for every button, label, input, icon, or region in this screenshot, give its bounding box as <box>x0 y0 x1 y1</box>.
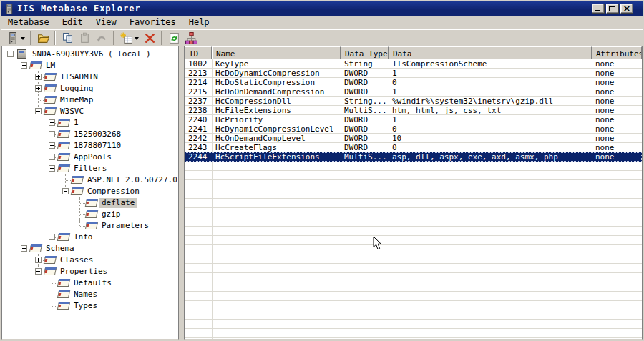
tree-item-filters[interactable]: Filters <box>2 163 178 174</box>
tree-connector-line <box>79 220 80 226</box>
cell-data-type: DWORD <box>341 69 389 78</box>
table-row-2241[interactable]: 2241HcDynamicCompressionLevelDWORD0none <box>185 124 642 134</box>
cell-data-type: DWORD <box>341 87 389 97</box>
tree-item-compression[interactable]: Compression <box>2 186 178 197</box>
menu-item-metabase[interactable]: Metabase <box>1 16 56 28</box>
tree-guide-line <box>24 71 24 83</box>
tree-item-schema[interactable]: Schema <box>2 243 178 254</box>
tree-guide-line <box>24 174 24 186</box>
cell-name: HcDoOnDemandCompression <box>212 87 341 97</box>
tree-guide-line <box>52 209 52 220</box>
metabase-key-icon <box>85 210 98 218</box>
tree-expander-plus-icon[interactable] <box>49 119 55 126</box>
column-header-id[interactable]: ID <box>185 46 212 59</box>
tree-item-types[interactable]: Types <box>2 300 178 312</box>
table-row-2215[interactable]: 2215HcDoOnDemandCompressionDWORD1none <box>185 87 642 97</box>
tree-item-properties[interactable]: Properties <box>2 266 178 277</box>
menu-item-edit[interactable]: Edit <box>56 16 89 28</box>
tree-expander-plus-icon[interactable] <box>49 234 55 240</box>
cell-attributes: none <box>592 143 642 152</box>
column-header-data-type[interactable]: Data Type <box>341 46 389 59</box>
connect-server-button[interactable] <box>4 30 21 46</box>
tree-expander-minus-icon[interactable] <box>62 188 69 194</box>
tree-expander-minus-icon[interactable] <box>35 108 42 114</box>
tree-guide-line <box>24 117 24 129</box>
undo-button <box>93 30 110 46</box>
open-key-button[interactable] <box>34 30 52 46</box>
cell-data: %windir%\system32\inetsrv\gzip.dll <box>389 97 592 106</box>
tree-expander-minus-icon[interactable] <box>35 268 42 275</box>
table-row-2237[interactable]: 2237HcCompressionDllString...%windir%\sy… <box>185 97 642 106</box>
tree-item-deflate[interactable]: deflate <box>2 197 178 209</box>
metabase-key-icon <box>29 244 42 252</box>
tree-item-iisadmin[interactable]: IISADMIN <box>2 71 178 83</box>
tree-item-parameters[interactable]: Parameters <box>2 220 178 232</box>
tree-item-label: gzip <box>99 209 123 219</box>
table-row-2243[interactable]: 2243HcCreateFlagsDWORD0none <box>185 143 642 152</box>
tree-item-snda-69q3uyy3v6-local[interactable]: SNDA-69Q3UYY3V6 ( local ) <box>2 49 178 60</box>
column-header-name[interactable]: Name <box>212 46 341 59</box>
title-bar[interactable]: IIS Metabase Explorer <box>1 1 643 16</box>
tree-item-mimemap[interactable]: MimeMap <box>2 94 178 106</box>
refresh-button[interactable] <box>165 30 182 46</box>
table-row-2240[interactable]: 2240HcPriorityDWORD1none <box>185 115 642 124</box>
toolbar <box>1 29 643 46</box>
new-record-dropdown-arrow[interactable] <box>135 37 139 42</box>
tree-expander-minus-icon[interactable] <box>49 165 55 172</box>
tree-guide-line <box>24 129 24 140</box>
tree-expander-plus-icon[interactable] <box>49 142 55 149</box>
tree-item-gzip[interactable]: gzip <box>2 209 178 220</box>
tree-guide-line <box>52 220 52 232</box>
tree-expander-minus-icon[interactable] <box>7 51 14 57</box>
new-record-button[interactable] <box>117 30 135 46</box>
copy-button[interactable] <box>59 30 76 46</box>
connect-server-dropdown-arrow[interactable] <box>21 37 25 42</box>
tree-item-logging[interactable]: Logging <box>2 83 178 94</box>
tree-expander-plus-icon[interactable] <box>35 85 42 92</box>
menu-item-help[interactable]: Help <box>182 16 216 28</box>
menu-item-view[interactable]: View <box>89 16 123 28</box>
metabase-key-icon <box>71 176 84 184</box>
table-row-1002[interactable]: 1002KeyTypeStringIIsCompressionSchemenon… <box>185 59 642 69</box>
tree-item-defaults[interactable]: Defaults <box>2 277 178 289</box>
tree-expander-plus-icon[interactable] <box>35 74 42 80</box>
table-row-2242[interactable]: 2242HcOnDemandCompLevelDWORD10none <box>185 134 642 143</box>
tree-expander-plus-icon[interactable] <box>49 131 55 137</box>
tree-item-asp-net-2-0-50727-0[interactable]: ASP.NET_2.0.50727.0 <box>2 174 178 186</box>
tree-item-1525003268[interactable]: 1525003268 <box>2 129 178 140</box>
tree-item-label: Classes <box>58 255 95 265</box>
table-row-2238[interactable]: 2238HcFileExtensionsMultiS...htm, html, … <box>185 106 642 115</box>
table-row-2213[interactable]: 2213HcDoDynamicCompressionDWORD1none <box>185 69 642 78</box>
cell-attributes: none <box>592 115 642 124</box>
delete-button[interactable] <box>141 30 158 46</box>
tree-expander-plus-icon[interactable] <box>35 257 42 263</box>
tree-item-1878807110[interactable]: 1878807110 <box>2 140 178 152</box>
metabase-key-icon <box>85 199 98 207</box>
list-body[interactable]: 1002KeyTypeStringIIsCompressionSchemenon… <box>185 59 642 339</box>
tree-item-names[interactable]: Names <box>2 289 178 300</box>
close-button[interactable] <box>620 4 633 14</box>
column-header-attributes[interactable]: Attributes <box>592 46 642 59</box>
maximize-button[interactable] <box>606 4 619 14</box>
tree-item-label: Defaults <box>72 278 114 288</box>
tree-item-classes[interactable]: Classes <box>2 254 178 266</box>
column-header-data[interactable]: Data <box>389 46 592 59</box>
tree-item-1[interactable]: 1 <box>2 117 178 129</box>
tree-item-w3svc[interactable]: W3SVC <box>2 106 178 117</box>
cell-id: 2214 <box>185 78 212 87</box>
tree-item-lm[interactable]: LM <box>2 60 178 71</box>
minimize-button[interactable] <box>592 4 605 14</box>
tree-guide-line <box>24 209 24 220</box>
menu-item-favorites[interactable]: Favorites <box>123 16 182 28</box>
tree-expander-minus-icon[interactable] <box>21 62 27 69</box>
cell-name: HcScriptFileExtensions <box>212 152 341 162</box>
tree-item-apppools[interactable]: AppPools <box>2 152 178 163</box>
table-row-2244[interactable]: 2244HcScriptFileExtensionsMultiS...asp, … <box>185 152 642 162</box>
tree-item-info[interactable]: Info <box>2 232 178 243</box>
view-hierarchy-button[interactable] <box>182 30 200 46</box>
tree-expander-minus-icon[interactable] <box>21 245 27 252</box>
tree-expander-plus-icon[interactable] <box>49 154 55 160</box>
table-row-2214[interactable]: 2214HcDoStaticCompressionDWORD0none <box>185 78 642 87</box>
cell-id: 1002 <box>185 59 212 69</box>
panel-splitter[interactable] <box>179 46 184 340</box>
